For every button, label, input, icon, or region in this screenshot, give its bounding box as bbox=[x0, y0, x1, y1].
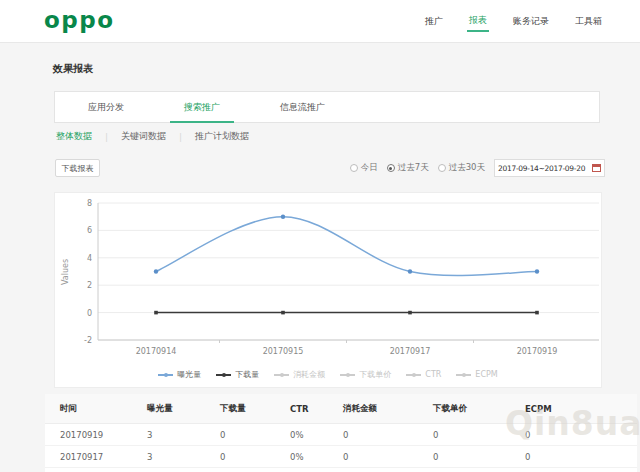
svg-text:6: 6 bbox=[87, 226, 92, 235]
legend-marker-icon bbox=[456, 371, 471, 378]
tab-信息流推广[interactable]: 信息流推广 bbox=[280, 92, 325, 122]
legend-item-CTR[interactable]: CTR bbox=[406, 369, 441, 380]
line-chart: 86420-220170914201709152017091720170919V… bbox=[55, 193, 601, 367]
table-cell: 0 bbox=[220, 446, 290, 468]
preset-radio-label: 过去7天 bbox=[398, 162, 429, 174]
table-cell: 0% bbox=[290, 424, 343, 446]
legend-label: 消耗金额 bbox=[293, 369, 325, 380]
column-header: 下载量 bbox=[220, 394, 290, 424]
tab-搜索推广[interactable]: 搜索推广 bbox=[184, 92, 220, 122]
preset-radio-label: 过去30天 bbox=[449, 162, 485, 174]
table-cell: 0 bbox=[433, 446, 525, 468]
legend-marker-icon bbox=[216, 371, 231, 378]
svg-text:20170919: 20170919 bbox=[517, 347, 558, 356]
preset-radio-过去30天[interactable]: 过去30天 bbox=[438, 162, 485, 174]
table-row[interactable]: 20170919300%000 bbox=[45, 424, 637, 446]
nav-item-报表[interactable]: 报表 bbox=[467, 10, 489, 32]
table-cell: 20170917 bbox=[45, 446, 147, 468]
legend-label: ECPM bbox=[475, 370, 497, 379]
subtab-推广计划数据[interactable]: 推广计划数据 bbox=[195, 130, 249, 143]
chart-legend: 曝光量下载量消耗金额下载单价CTRECPM bbox=[55, 369, 601, 380]
report-tabs: 应用分发搜索推广信息流推广 bbox=[54, 91, 600, 123]
date-preset-radios: 今日过去7天过去30天 bbox=[350, 162, 485, 174]
subtab-separator: | bbox=[179, 132, 182, 142]
chart-panel: 86420-220170914201709152017091720170919V… bbox=[54, 192, 602, 388]
table-cell: 0% bbox=[290, 446, 343, 468]
column-header: 时间 bbox=[45, 394, 147, 424]
chart-svg: 86420-220170914201709152017091720170919V… bbox=[55, 193, 601, 363]
legend-label: CTR bbox=[425, 370, 441, 379]
radio-circle-icon bbox=[438, 164, 446, 172]
subtab-关键词数据[interactable]: 关键词数据 bbox=[121, 130, 166, 143]
column-header: CTR bbox=[290, 394, 343, 424]
svg-text:4: 4 bbox=[87, 254, 92, 263]
legend-marker-icon bbox=[340, 371, 355, 378]
table-row[interactable]: 20170917300%000 bbox=[45, 446, 637, 468]
date-range-value: 2017-09-14~2017-09-20 bbox=[498, 164, 585, 173]
table-cell: 0 bbox=[433, 424, 525, 446]
legend-item-曝光量[interactable]: 曝光量 bbox=[158, 369, 201, 380]
calendar-icon[interactable] bbox=[592, 164, 601, 172]
table-cell: 3 bbox=[147, 424, 220, 446]
oppo-ads-dashboard: oppo 推广报表账务记录工具箱 效果报表 应用分发搜索推广信息流推广 整体数据… bbox=[0, 0, 640, 472]
legend-item-ECPM[interactable]: ECPM bbox=[456, 369, 497, 380]
date-range-controls: 今日过去7天过去30天 2017-09-14~2017-09-20 bbox=[350, 158, 605, 178]
svg-text:20170915: 20170915 bbox=[263, 347, 304, 356]
nav-item-工具箱[interactable]: 工具箱 bbox=[573, 11, 604, 32]
tab-应用分发[interactable]: 应用分发 bbox=[88, 92, 124, 122]
svg-text:Values: Values bbox=[61, 259, 70, 285]
date-range-input[interactable]: 2017-09-14~2017-09-20 bbox=[494, 159, 605, 177]
table-cell: 0 bbox=[220, 424, 290, 446]
column-header: 曝光量 bbox=[147, 394, 220, 424]
data-subtabs: 整体数据|关键词数据|推广计划数据 bbox=[56, 130, 249, 143]
table-cell: 3 bbox=[147, 446, 220, 468]
nav-item-账务记录[interactable]: 账务记录 bbox=[511, 11, 551, 32]
legend-marker-icon bbox=[274, 371, 289, 378]
svg-text:-2: -2 bbox=[84, 336, 92, 345]
legend-item-消耗金额[interactable]: 消耗金额 bbox=[274, 369, 325, 380]
svg-text:8: 8 bbox=[87, 199, 92, 208]
series-line-曝光量 bbox=[156, 217, 537, 276]
legend-item-下载单价[interactable]: 下载单价 bbox=[340, 369, 391, 380]
radio-circle-icon bbox=[387, 164, 395, 172]
top-header: oppo 推广报表账务记录工具箱 bbox=[0, 0, 640, 43]
subtab-整体数据[interactable]: 整体数据 bbox=[56, 130, 92, 143]
legend-label: 下载单价 bbox=[359, 369, 391, 380]
svg-text:0: 0 bbox=[87, 309, 92, 318]
svg-text:2: 2 bbox=[87, 281, 92, 290]
preset-radio-过去7天[interactable]: 过去7天 bbox=[387, 162, 429, 174]
table-header-row: 时间曝光量下载量CTR消耗金额下载单价ECPM bbox=[45, 394, 637, 424]
legend-marker-icon bbox=[158, 371, 173, 378]
table-cell: 0 bbox=[525, 424, 637, 446]
top-nav: 推广报表账务记录工具箱 bbox=[423, 0, 604, 42]
table-cell: 0 bbox=[343, 424, 433, 446]
legend-item-下载量[interactable]: 下载量 bbox=[216, 369, 259, 380]
svg-text:20170917: 20170917 bbox=[390, 347, 431, 356]
column-header: 下载单价 bbox=[433, 394, 525, 424]
preset-radio-label: 今日 bbox=[361, 162, 378, 174]
table-cell: 20170919 bbox=[45, 424, 147, 446]
legend-label: 下载量 bbox=[235, 369, 259, 380]
legend-label: 曝光量 bbox=[177, 369, 201, 380]
radio-circle-icon bbox=[350, 164, 358, 172]
preset-radio-今日[interactable]: 今日 bbox=[350, 162, 378, 174]
column-header: ECPM bbox=[525, 394, 637, 424]
download-report-button[interactable]: 下载报表 bbox=[55, 159, 100, 177]
column-header: 消耗金额 bbox=[343, 394, 433, 424]
oppo-logo[interactable]: oppo bbox=[44, 7, 115, 33]
report-table: 时间曝光量下载量CTR消耗金额下载单价ECPM20170919300%00020… bbox=[45, 394, 637, 468]
page-title: 效果报表 bbox=[53, 62, 93, 76]
nav-item-推广[interactable]: 推广 bbox=[423, 11, 445, 32]
subtab-separator: | bbox=[105, 132, 108, 142]
table-cell: 0 bbox=[343, 446, 433, 468]
table-cell: 0 bbox=[525, 446, 637, 468]
report-table-panel: 时间曝光量下载量CTR消耗金额下载单价ECPM20170919300%00020… bbox=[45, 394, 637, 472]
legend-marker-icon bbox=[406, 371, 421, 378]
svg-text:20170914: 20170914 bbox=[136, 347, 177, 356]
